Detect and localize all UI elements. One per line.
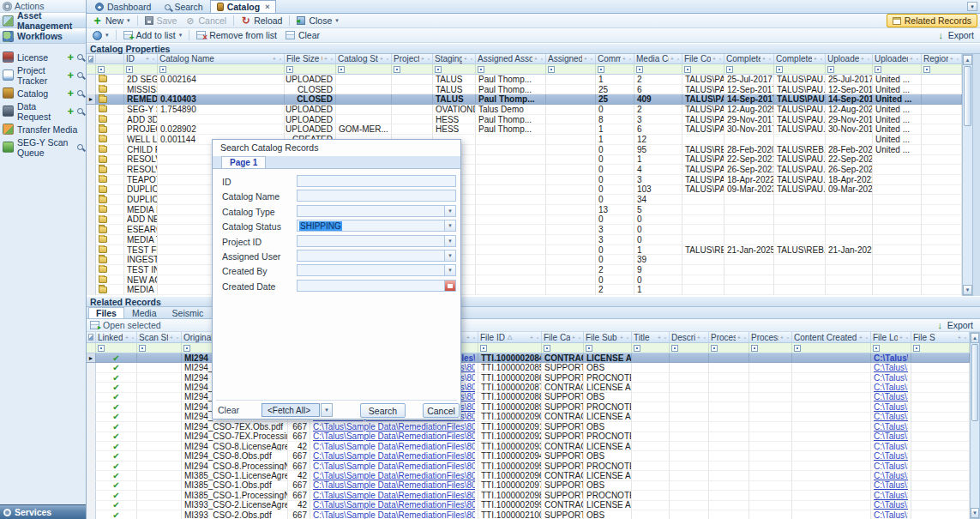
header-filter-icon[interactable]: + ▫: [168, 335, 179, 341]
select-all-icon[interactable]: [88, 334, 93, 341]
table-row[interactable]: MISSISSIPPI REMEDIATIONCLOSEDTALUSPaul T…: [87, 85, 962, 95]
clear-button[interactable]: Clear: [282, 29, 323, 41]
add-to-list-button[interactable]: Add to list▾: [120, 29, 186, 41]
catalog-status-input[interactable]: SHIPPING▼: [297, 220, 456, 232]
table-row[interactable]: ✔MI294_CSO-7EX.Obs.pdf667C:\Talus\Sample…: [87, 422, 970, 431]
column-header-catalog-statu[interactable]: Catalog Statu+ ▫: [336, 54, 392, 64]
file-path-link[interactable]: C:\Talus\Sample Data\RemediationFiles\80…: [313, 432, 475, 442]
header-filter-icon[interactable]: + ▫: [618, 335, 629, 341]
header-filter-icon[interactable]: + ▫: [908, 56, 919, 62]
search-icon[interactable]: [77, 144, 83, 150]
column-header-completed-da[interactable]: Completed Da+ ▫: [774, 54, 826, 64]
tab-search[interactable]: Search: [158, 0, 209, 13]
file-path-link[interactable]: C:\Talus\Sample Data\RemediationFiles\80…: [313, 481, 475, 491]
chevron-down-icon[interactable]: ▾: [105, 32, 109, 39]
filter-condition-icon[interactable]: [913, 345, 920, 352]
tabstrip-menu-button[interactable]: ▾: [967, 2, 977, 11]
file-path-link[interactable]: C:\Talus\Sa...: [874, 432, 908, 442]
search-icon[interactable]: [77, 72, 83, 78]
filter-cell-uploaded-b[interactable]: [826, 64, 873, 75]
filter-condition-icon[interactable]: [711, 345, 718, 352]
filter-condition-icon[interactable]: [126, 66, 133, 73]
scroll-down-arrow[interactable]: ▼: [963, 285, 972, 295]
header-filter-icon[interactable]: + ▫: [419, 56, 430, 62]
filter-cell-staging-fold[interactable]: [433, 64, 476, 75]
file-path-link[interactable]: C:\Talus\Sa...: [874, 363, 908, 372]
column-header-region[interactable]: Region+ ▫: [922, 54, 962, 64]
file-path-link[interactable]: C:\Talus\Sa...: [874, 481, 908, 491]
file-path-link[interactable]: C:\Talus\Sa...: [874, 413, 908, 422]
header-filter-icon[interactable]: + ▫: [532, 56, 544, 62]
search-button[interactable]: Search: [360, 403, 406, 418]
reload-button[interactable]: ↻Reload: [237, 15, 286, 27]
file-path-link[interactable]: C:\Talus\Sample Data\RemediationFiles\80…: [313, 451, 475, 461]
column-header-file-categor[interactable]: File Categor+ ▫: [542, 332, 584, 343]
column-header-content-created[interactable]: Content Created+ ▫: [792, 332, 871, 343]
column-header-file-s[interactable]: File S+ ▫: [911, 332, 970, 343]
column-header-assigned-assoc[interactable]: Assigned Assoc+ ▫: [476, 54, 546, 64]
scroll-down-arrow[interactable]: ▼: [971, 508, 979, 518]
file-path-link[interactable]: C:\Talus\Sa...: [874, 501, 908, 510]
chevron-down-icon[interactable]: ▾: [179, 32, 183, 39]
fetch-all-dropdown-icon[interactable]: ▼: [321, 403, 333, 417]
filter-condition-icon[interactable]: [338, 66, 345, 73]
sidebar-item-transfer-media[interactable]: Transfer Media: [0, 120, 86, 138]
calendar-icon[interactable]: [444, 281, 455, 291]
header-filter-icon[interactable]: + ▫: [621, 56, 632, 62]
search-icon[interactable]: [77, 108, 83, 114]
scrollbar-thumb[interactable]: [971, 344, 978, 421]
filter-condition-icon[interactable]: [435, 66, 442, 73]
file-path-link[interactable]: C:\Talus\Sa...: [874, 491, 908, 500]
column-header-file-locatio[interactable]: File Locatio+ ▫: [871, 332, 911, 343]
table-row[interactable]: ✔MI294_CSO-8.ProcessingN...667C:\Talus\S…: [87, 462, 970, 471]
scrollbar-thumb[interactable]: [964, 66, 971, 126]
table-row[interactable]: ADD 3D FIELD TAPESUPLOADEDHESSPaul Thomp…: [87, 115, 962, 125]
header-filter-icon[interactable]: + ▫: [656, 335, 667, 341]
file-path-link[interactable]: C:\Talus\Sample Data\RemediationFiles\80…: [313, 422, 475, 431]
table-row[interactable]: ✔MI393_CSO-2.Obs.pdf667C:\Talus\Sample D…: [87, 510, 970, 519]
header-filter-icon[interactable]: + ▫: [462, 56, 473, 62]
column-header-blank[interactable]: [96, 54, 124, 64]
filter-cell-scan-statu[interactable]: [137, 343, 182, 353]
column-header-blank[interactable]: [87, 332, 96, 343]
header-filter-icon[interactable]: + ▫: [779, 335, 790, 341]
file-path-link[interactable]: C:\Talus\Sa...: [874, 462, 908, 471]
filter-condition-icon[interactable]: [634, 345, 640, 352]
filter-condition-icon[interactable]: [776, 66, 783, 73]
clear-button[interactable]: Clear: [218, 405, 239, 415]
filter-condition-icon[interactable]: [827, 66, 834, 73]
close-tab-icon[interactable]: ×: [265, 3, 269, 11]
column-header-processed-b[interactable]: Processed B+ ▫: [709, 332, 749, 343]
services-bar[interactable]: Services: [0, 504, 86, 519]
filter-condition-icon[interactable]: [183, 345, 190, 352]
column-header-id[interactable]: ID+ ▫: [124, 54, 158, 64]
header-filter-icon[interactable]: + ▫: [582, 56, 593, 62]
column-header-description[interactable]: Description+ ▫: [670, 332, 709, 343]
select-all-icon[interactable]: [88, 56, 93, 63]
created-by-input[interactable]: ▼: [297, 264, 456, 276]
file-path-link[interactable]: C:\Talus\Sa...: [874, 373, 908, 383]
filter-cell-linked[interactable]: [96, 343, 137, 353]
filter-cell-processed-da[interactable]: [749, 343, 792, 353]
dialog-title[interactable]: Search Catalog Records: [213, 140, 460, 156]
header-filter-icon[interactable]: + ▫: [378, 56, 389, 62]
file-path-link[interactable]: C:\Talus\Sample Data\RemediationFiles\80…: [313, 491, 475, 500]
file-path-link[interactable]: C:\Talus\Sample Data\RemediationFiles\80…: [313, 501, 475, 510]
column-header-media-cour[interactable]: Media Cour+ ▫: [634, 54, 682, 64]
chevron-down-icon[interactable]: ▼: [444, 236, 455, 246]
header-filter-icon[interactable]: + ▫: [669, 56, 680, 62]
related-export-button[interactable]: ↓ Export: [935, 320, 977, 330]
header-filter-icon[interactable]: + ▫: [812, 56, 823, 62]
table-row[interactable]: ✔MI393_CSO-2.LicenseAgre...42C:\Talus\Sa…: [87, 501, 970, 510]
search-icon[interactable]: [77, 90, 83, 96]
sidebar-item-data-request[interactable]: Data Request+: [0, 102, 86, 120]
column-header-project-id[interactable]: Project ID+ ▫: [392, 54, 433, 64]
column-header-file-id[interactable]: File ID△+ ▫: [478, 332, 542, 343]
chevron-down-icon[interactable]: ▼: [444, 265, 455, 275]
tool-button[interactable]: ▾: [89, 30, 112, 41]
column-header-uploaded-da[interactable]: Uploaded Da+ ▫: [873, 54, 922, 64]
header-filter-icon[interactable]: + ▫: [761, 56, 772, 62]
column-header-file-count[interactable]: File Count+ ▫: [682, 54, 724, 64]
column-header-staging-fold[interactable]: Staging Fold+ ▫: [433, 54, 476, 64]
fetch-all-combo[interactable]: <Fetch All>: [262, 403, 320, 417]
